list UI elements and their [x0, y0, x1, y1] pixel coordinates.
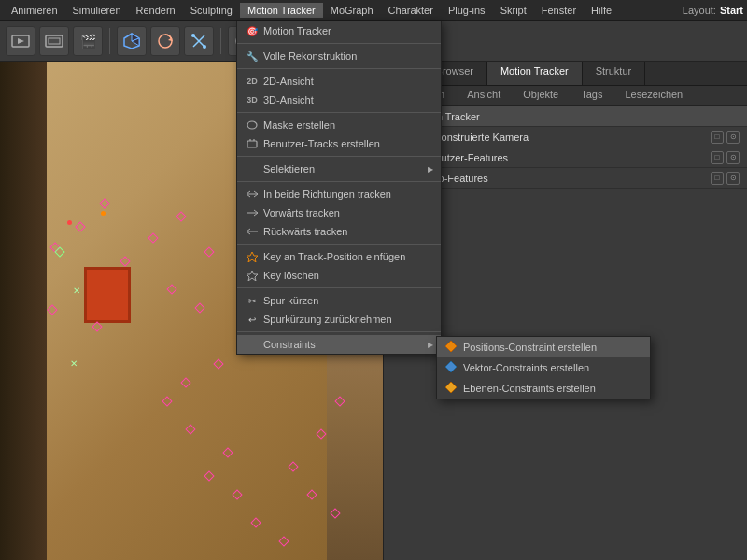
- svg-marker-25: [247, 271, 258, 281]
- track-point-cross-1[interactable]: ✕: [73, 286, 82, 295]
- menu-hilfe[interactable]: Hilfe: [584, 3, 619, 18]
- constraints-submenu: Positions-Constraint erstellen Vektor-Co…: [436, 336, 651, 399]
- toolbar-sep-1: [109, 28, 110, 54]
- submenu-icon-ebenen: [444, 381, 458, 396]
- tab-struktur[interactable]: Struktur: [583, 62, 646, 85]
- dropdown-icon-key: [245, 249, 260, 264]
- menu-skript[interactable]: Skript: [493, 3, 534, 18]
- svg-point-9: [191, 34, 195, 37]
- svg-rect-3: [49, 38, 60, 44]
- dropdown-sep-4: [237, 156, 441, 157]
- badge-6: ⊙: [726, 172, 740, 185]
- menu-fenster[interactable]: Fenster: [534, 3, 584, 18]
- menu-sculpting[interactable]: Sculpting: [183, 3, 240, 18]
- svg-marker-27: [445, 361, 457, 372]
- menu-rendern[interactable]: Rendern: [129, 3, 183, 18]
- menubar: Animieren Simulieren Rendern Sculpting M…: [0, 0, 747, 21]
- toolbar-btn-1[interactable]: [6, 26, 35, 56]
- track-point-24[interactable]: [330, 508, 340, 518]
- dropdown-item-3d[interactable]: 3D 3D-Ansicht: [237, 91, 441, 109]
- dropdown-item-key-loeschen[interactable]: Key löschen: [237, 266, 441, 285]
- object-name-benutzer: Benutzer-Features: [423, 152, 711, 163]
- toolbar-sep-2: [220, 28, 221, 54]
- badge-2: ⊙: [726, 131, 740, 144]
- subtab-lesezeichen[interactable]: Lesezeichen: [613, 86, 694, 105]
- menu-simulieren[interactable]: Simulieren: [65, 3, 129, 18]
- toolbar-cube[interactable]: [117, 26, 147, 56]
- dropdown-sep-7: [237, 287, 441, 288]
- toolbar-btn-2[interactable]: [39, 26, 69, 56]
- dropdown-icon-constraints: [245, 337, 260, 352]
- dropdown-item-beide-richtungen[interactable]: In beide Richtungen tracken: [237, 185, 441, 203]
- dropdown-item-spur-kuerzen[interactable]: ✂ Spur kürzen: [237, 291, 441, 310]
- layout-label: Layout:: [683, 5, 716, 16]
- dropdown-sep-5: [237, 181, 441, 182]
- dropdown-sep-1: [237, 43, 441, 44]
- object-badges-benutzer: □ ⊙: [711, 151, 740, 164]
- tab-motion-tracker[interactable]: Motion Tracker: [487, 62, 583, 85]
- dropdown-icon-spuerkuerzung: ↩: [245, 312, 260, 327]
- dropdown-icon-selektieren: [245, 161, 260, 176]
- badge-4: ⊙: [726, 151, 740, 164]
- svg-rect-21: [247, 141, 257, 147]
- dropdown-item-volle-rekonstruktion[interactable]: 🔧 Volle Rekonstruktion: [237, 47, 441, 65]
- dropdown-item-2d[interactable]: 2D 2D-Ansicht: [237, 72, 441, 91]
- menu-mograph[interactable]: MoGraph: [323, 3, 381, 18]
- dropdown-icon-3d: 3D: [245, 92, 260, 107]
- building-shadow: [0, 62, 47, 560]
- toolbar-scale[interactable]: [184, 26, 214, 56]
- dropdown-item-motion-tracker[interactable]: 🎯 Motion Tracker: [237, 21, 441, 40]
- svg-marker-24: [247, 252, 258, 262]
- badge-5: □: [711, 172, 724, 185]
- dropdown-icon-beide: [245, 187, 260, 202]
- svg-marker-8: [168, 37, 172, 41]
- window-box: [84, 267, 131, 323]
- dropdown-item-maske[interactable]: Maske erstellen: [237, 116, 441, 134]
- dropdown-sep-3: [237, 112, 441, 113]
- dropdown-item-rueckwaerts[interactable]: Rückwärts tracken: [237, 222, 441, 241]
- subtab-ansicht[interactable]: Ansicht: [456, 86, 512, 105]
- menu-plugins[interactable]: Plug-ins: [441, 3, 493, 18]
- subtab-objekte[interactable]: Objekte: [512, 86, 570, 105]
- dropdown-item-constraints[interactable]: Constraints: [237, 335, 441, 354]
- dropdown-icon-vorwaerts: [245, 205, 260, 220]
- menu-charakter[interactable]: Charakter: [381, 3, 441, 18]
- motion-tracker-dropdown: 🎯 Motion Tracker 🔧 Volle Rekonstruktion …: [236, 21, 442, 355]
- dropdown-icon-rekonstruktion: 🔧: [245, 49, 260, 63]
- object-name-motion-tracker: Motion Tracker: [412, 111, 740, 122]
- dropdown-icon-spur: ✂: [245, 293, 260, 308]
- dropdown-item-selektieren[interactable]: Selektieren: [237, 160, 441, 178]
- dropdown-item-spuerkuerzung[interactable]: ↩ Spurkürzung zurücknehmen: [237, 310, 441, 329]
- svg-point-20: [247, 121, 257, 129]
- svg-marker-1: [18, 38, 24, 44]
- svg-marker-26: [445, 341, 457, 352]
- subtab-tags[interactable]: Tags: [570, 86, 613, 105]
- svg-point-10: [203, 45, 206, 49]
- dropdown-sep-8: [237, 331, 441, 332]
- menu-animieren[interactable]: Animieren: [4, 3, 65, 18]
- dropdown-sep-2: [237, 68, 441, 69]
- dropdown-icon-2d: 2D: [245, 74, 260, 89]
- track-point-cross-2[interactable]: ✕: [70, 358, 79, 368]
- layout-value: Start: [720, 5, 743, 16]
- track-point-27[interactable]: [334, 396, 345, 406]
- dropdown-item-vorwaerts[interactable]: Vorwärts tracken: [237, 203, 441, 222]
- badge-1: □: [711, 131, 724, 144]
- dropdown-icon-benutzer-tracks: [245, 136, 260, 151]
- dropdown-icon-maske: [245, 118, 260, 133]
- orange-indicator: [101, 211, 106, 216]
- dropdown-icon-rueckwaerts: [245, 224, 260, 239]
- object-badges-auto: □ ⊙: [711, 172, 740, 185]
- object-badges-kamera: □ ⊙: [711, 131, 740, 144]
- submenu-item-vektor[interactable]: Vektor-Constraints erstellen: [437, 357, 650, 378]
- red-indicator: [67, 220, 72, 225]
- dropdown-sep-6: [237, 244, 441, 245]
- object-name-auto: Auto-Features: [423, 173, 711, 184]
- menu-motion-tracker[interactable]: Motion Tracker: [240, 3, 323, 18]
- submenu-item-ebenen[interactable]: Ebenen-Constraints erstellen: [437, 378, 650, 399]
- dropdown-item-benutzer-tracks[interactable]: Benutzer-Tracks erstellen: [237, 134, 441, 153]
- toolbar-rotate[interactable]: [150, 26, 180, 56]
- dropdown-item-key-an-track[interactable]: Key an Track-Position einfügen: [237, 247, 441, 266]
- submenu-item-positions[interactable]: Positions-Constraint erstellen: [437, 337, 650, 357]
- toolbar-btn-3[interactable]: 🎬: [73, 26, 103, 56]
